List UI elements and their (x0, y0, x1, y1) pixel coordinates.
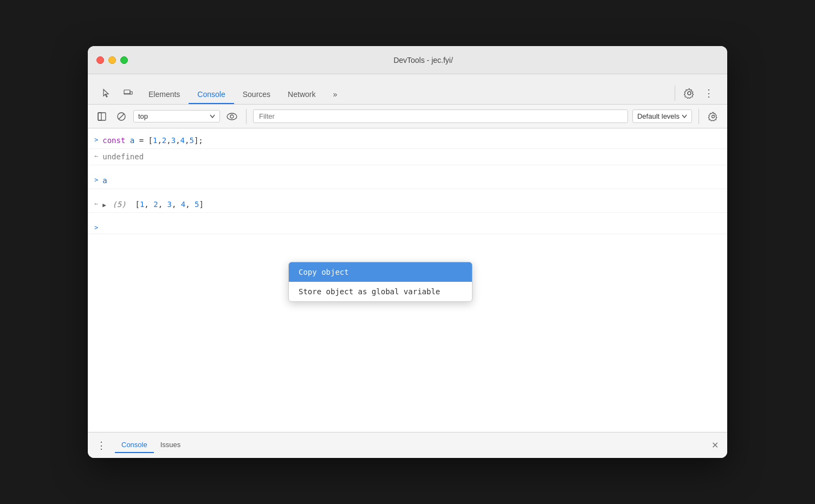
chevron-down-icon (210, 114, 215, 118)
tab-console[interactable]: Console (189, 86, 234, 104)
line-content-1: const a = [1,2,3,4,5]; (102, 135, 721, 146)
input-arrow-1: > (94, 136, 98, 144)
settings-console-icon[interactable] (706, 109, 721, 124)
cursor-icon[interactable] (99, 86, 114, 101)
levels-dropdown[interactable]: Default levels (632, 109, 692, 123)
return-arrow-1: ← (94, 152, 98, 160)
line-content-4: ▶ (5) [1, 2, 3, 4, 5] (102, 199, 721, 210)
tab-network[interactable]: Network (279, 86, 324, 104)
tab-sources[interactable]: Sources (234, 86, 279, 104)
console-gap-3 (88, 213, 727, 221)
close-button[interactable] (96, 56, 104, 64)
close-drawer-icon[interactable]: ✕ (711, 441, 719, 450)
main-tabs: Elements Console Sources Network » (140, 86, 672, 104)
context-menu-item-store[interactable]: Store object as global variable (289, 282, 472, 301)
console-gap-2 (88, 189, 727, 197)
eye-icon[interactable] (224, 109, 240, 124)
title-bar: DevTools - jec.fyi/ (88, 46, 727, 74)
bottom-right: ✕ (711, 440, 719, 450)
svg-line-7 (119, 114, 124, 119)
clear-console-icon[interactable] (114, 109, 129, 124)
divider-toolbar (246, 109, 247, 124)
svg-point-9 (230, 115, 234, 118)
minimize-button[interactable] (108, 56, 116, 64)
svg-point-3 (688, 92, 691, 95)
bottom-tab-console[interactable]: Console (115, 437, 154, 453)
input-arrow-2: > (94, 176, 98, 184)
more-horiz-icon[interactable]: ⋮ (96, 440, 106, 451)
tab-bar-icons (99, 86, 135, 101)
svg-rect-5 (98, 113, 106, 120)
tab-bar-right: ⋮ (672, 86, 716, 101)
svg-rect-4 (98, 113, 101, 120)
context-menu: Copy object Store object as global varia… (288, 262, 473, 302)
sidebar-toggle-icon[interactable] (94, 109, 109, 124)
more-vert-icon[interactable]: ⋮ (701, 86, 716, 101)
console-line-1: > const a = [1,2,3,4,5]; (88, 133, 727, 149)
bottom-bar: ⋮ Console Issues ✕ (88, 432, 727, 458)
console-gap-1 (88, 165, 727, 173)
prompt-arrow: > (94, 224, 98, 231)
line-content-2: undefined (102, 151, 721, 163)
context-value: top (138, 112, 148, 120)
console-toolbar: top Default levels (88, 105, 727, 128)
line-content-3: a (102, 175, 721, 186)
divider (675, 86, 675, 101)
console-area: > const a = [1,2,3,4,5]; ← undefined > a… (88, 128, 727, 432)
devtools-window: DevTools - jec.fyi/ Elements Console Sou… (88, 46, 727, 458)
svg-point-8 (227, 113, 237, 120)
filter-input[interactable] (253, 109, 628, 123)
console-line-4: ← ▶ (5) [1, 2, 3, 4, 5] Copy object Stor… (88, 197, 727, 213)
bottom-tab-issues[interactable]: Issues (154, 437, 187, 453)
settings-icon[interactable] (682, 86, 697, 101)
tab-more[interactable]: » (324, 86, 346, 104)
svg-point-10 (712, 115, 715, 118)
maximize-button[interactable] (120, 56, 128, 64)
divider-toolbar-2 (698, 109, 699, 124)
device-toggle-icon[interactable] (120, 86, 135, 101)
window-title: DevTools - jec.fyi/ (128, 56, 719, 64)
return-arrow-2: ← (94, 200, 98, 208)
levels-chevron-icon (682, 114, 687, 118)
console-input-line[interactable]: > (88, 221, 727, 234)
levels-label: Default levels (637, 112, 680, 120)
context-selector[interactable]: top (133, 110, 220, 122)
console-line-2: ← undefined (88, 149, 727, 165)
console-line-3: > a (88, 173, 727, 189)
svg-rect-1 (130, 92, 132, 94)
tab-elements[interactable]: Elements (140, 86, 189, 104)
traffic-lights (96, 56, 128, 64)
context-menu-item-copy[interactable]: Copy object (289, 262, 472, 282)
tab-bar: Elements Console Sources Network » ⋮ (88, 74, 727, 105)
